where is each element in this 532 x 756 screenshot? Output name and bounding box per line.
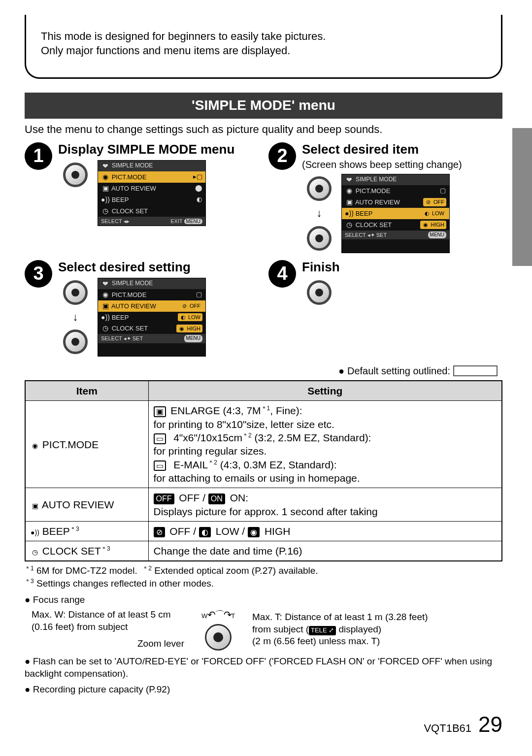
item-pictmode: ◉ PICT.MODE <box>25 401 148 488</box>
step-3: 3 Select desired setting ↓ ❤SIMPLE MODE … <box>25 260 259 357</box>
review-icon: ▣ <box>101 184 110 193</box>
step-1: 1 Display SIMPLE MODE menu ❤SIMPLE MODE … <box>25 142 259 253</box>
tele-chip: TELE ⤢ <box>309 626 336 635</box>
bullet-capacity: ● Recording picture capacity (P.92) <box>25 684 502 696</box>
item-clockset: ◷ CLOCK SET＊3 <box>25 541 148 561</box>
step-1-title: Display SIMPLE MODE menu <box>58 142 259 157</box>
doc-code: VQT1B61 <box>424 722 471 736</box>
section-title: 'SIMPLE MODE' menu <box>25 93 502 118</box>
dpad-icon <box>302 278 336 307</box>
page-footer: VQT1B61 29 <box>424 710 502 738</box>
step-number: 1 <box>25 142 52 170</box>
down-arrow-icon: ↓ <box>317 206 322 221</box>
size-icon: ▭ <box>154 433 166 444</box>
dpad-icon <box>58 278 93 307</box>
col-setting: Setting <box>148 381 502 401</box>
review-icon: ▣ <box>345 197 354 206</box>
item-beep: ●)) BEEP＊3 <box>25 521 148 541</box>
step-number: 4 <box>268 260 296 288</box>
clock-icon: ◷ <box>31 548 39 557</box>
clock-icon: ◷ <box>101 206 110 215</box>
step-3-title: Select desired setting <box>58 260 259 275</box>
page-number: 29 <box>478 710 502 738</box>
lcd-screen-3: ❤SIMPLE MODE ◉ PICT.MODE▢ ▣ AUTO REVIEW⊘… <box>98 278 206 357</box>
side-tab <box>512 128 532 266</box>
pict-icon: ◉ <box>345 186 354 195</box>
step-4: 4 Finish <box>268 260 502 357</box>
col-item: Item <box>25 381 148 401</box>
table-row: ◉ PICT.MODE ▣ ENLARGE (4:3, 7M＊1, Fine):… <box>25 401 502 488</box>
table-row: ▣ AUTO REVIEW OFF OFF / ON ON: Displays … <box>25 488 502 522</box>
intro-box: This mode is designed for beginners to e… <box>25 15 502 79</box>
intro-line1: This mode is designed for beginners to e… <box>41 30 486 44</box>
step-2-title: Select desired item <box>302 142 502 157</box>
setting-pictmode: ▣ ENLARGE (4:3, 7M＊1, Fine): for printin… <box>148 401 502 488</box>
intro-line2: Only major functions and menu items are … <box>41 44 486 58</box>
step-2-sub: (Screen shows beep setting change) <box>302 158 502 171</box>
step-number: 3 <box>25 260 52 288</box>
zoom-lever-icon: W↶⌒↷T <box>191 608 245 651</box>
beep-icon: ●)) <box>101 313 110 322</box>
email-icon: ▭ <box>154 460 166 471</box>
beep-icon: ●)) <box>345 209 354 218</box>
beep-icon: ●)) <box>101 195 110 204</box>
zoom-lever-label: Zoom lever <box>32 638 184 650</box>
item-autoreview: ▣ AUTO REVIEW <box>25 488 148 522</box>
pict-icon: ◉ <box>101 290 110 299</box>
table-row: ●)) BEEP＊3 ⊘ OFF / ◐ LOW / ◉ HIGH <box>25 521 502 541</box>
step-2: 2 Select desired item (Screen shows beep… <box>268 142 502 253</box>
menu-description: Use the menu to change settings such as … <box>25 123 502 137</box>
bullet-flash: ● Flash can be set to 'AUTO/RED-EYE' or … <box>25 656 502 680</box>
focus-heading: ● Focus range <box>25 594 502 606</box>
heart-icon: ❤ <box>345 175 354 184</box>
on-icon: ⬤ <box>195 184 202 193</box>
lcd-screen-1: ❤SIMPLE MODE ◉ PICT.MODE▸▢ ▣ AUTO REVIEW… <box>98 160 206 226</box>
settings-table: Item Setting ◉ PICT.MODE ▣ ENLARGE (4:3,… <box>25 380 502 561</box>
off-icon: ⊘ <box>154 527 165 538</box>
low-icon: ◐ <box>199 527 211 538</box>
heart-icon: ❤ <box>101 162 110 170</box>
val-icon: ▢ <box>439 187 446 195</box>
pict-icon: ◉ <box>101 172 110 181</box>
steps-grid: 1 Display SIMPLE MODE menu ❤SIMPLE MODE … <box>25 142 502 357</box>
clock-icon: ◷ <box>101 324 110 332</box>
enlarge-icon: ▣ <box>154 406 166 417</box>
dpad-icon <box>58 327 93 357</box>
outline-sample <box>453 365 498 376</box>
heart-icon: ❤ <box>101 279 110 288</box>
default-legend: ● Default setting outlined: <box>25 364 498 377</box>
bullet-icon: ● <box>338 364 344 377</box>
step-number: 2 <box>268 142 296 170</box>
vol-icon: ◐ <box>196 196 202 204</box>
lcd-screen-2: ❤SIMPLE MODE ◉ PICT.MODE▢ ▣ AUTO REVIEW⊘… <box>341 174 450 253</box>
setting-clockset: Change the date and time (P.16) <box>148 541 502 561</box>
val-icon: ▢ <box>196 291 202 299</box>
review-icon: ▣ <box>101 301 110 310</box>
footnotes: ＊1 6M for DMC-TZ2 model. ＊2 Extended opt… <box>25 564 502 590</box>
clock-icon: ◷ <box>345 220 354 229</box>
dpad-icon <box>302 224 336 253</box>
off-icon: OFF <box>154 493 174 504</box>
high-icon: ◉ <box>248 527 260 538</box>
setting-autoreview: OFF OFF / ON ON: Displays picture for ap… <box>148 488 502 522</box>
step-4-title: Finish <box>302 260 502 275</box>
pict-icon: ◉ <box>31 441 39 450</box>
focus-block: Max. W: Distance of at least 5 cm (0.16 … <box>32 608 502 651</box>
beep-icon: ●)) <box>31 528 39 537</box>
on-icon: ON <box>208 493 225 504</box>
dpad-icon <box>302 174 336 203</box>
dpad-icon <box>58 160 93 190</box>
table-row: ◷ CLOCK SET＊3 Change the date and time (… <box>25 541 502 561</box>
review-icon: ▣ <box>31 501 39 510</box>
setting-beep: ⊘ OFF / ◐ LOW / ◉ HIGH <box>148 521 502 541</box>
down-arrow-icon: ↓ <box>73 310 78 325</box>
pict-value-icon: ▸▢ <box>193 173 202 181</box>
